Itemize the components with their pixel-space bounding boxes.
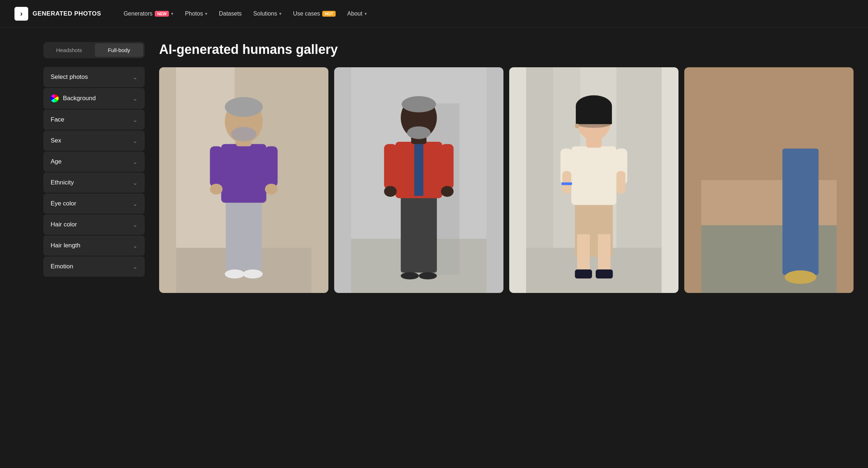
filter-age-label: Age: [51, 158, 61, 165]
svg-point-31: [407, 126, 431, 139]
filter-hair-length[interactable]: Hair length ⌄: [43, 235, 145, 256]
filter-age[interactable]: Age ⌄: [43, 152, 145, 172]
logo-text: GENERATED PHOTOS: [33, 10, 101, 17]
nav-generators-badge: New: [155, 11, 169, 17]
svg-rect-7: [210, 146, 222, 187]
tab-full-body[interactable]: Full-body: [95, 43, 143, 57]
gallery-area: AI-generated humans gallery: [159, 42, 854, 293]
photo-card-1[interactable]: [159, 67, 328, 293]
svg-point-53: [575, 124, 579, 128]
filter-background-chevron: ⌄: [133, 95, 137, 102]
svg-point-58: [785, 271, 816, 284]
svg-point-27: [441, 186, 454, 197]
filter-face-chevron: ⌄: [133, 116, 137, 123]
svg-point-30: [402, 96, 436, 112]
svg-rect-8: [265, 146, 278, 187]
nav-solutions-label: Solutions: [253, 10, 277, 17]
svg-point-14: [231, 127, 256, 141]
nav-about-label: About: [347, 10, 362, 17]
tab-headshots[interactable]: Headshots: [45, 43, 93, 57]
svg-rect-38: [577, 234, 590, 275]
svg-point-26: [384, 186, 397, 197]
svg-point-9: [210, 184, 222, 195]
logo[interactable]: › GENERATED PHOTOS: [14, 7, 101, 21]
svg-rect-39: [598, 234, 610, 271]
svg-rect-18: [401, 196, 437, 273]
photo-grid: [159, 67, 854, 293]
nav-item-generators[interactable]: Generators New ▾: [119, 8, 179, 20]
filter-select-photos[interactable]: Select photos ⌄: [43, 67, 145, 87]
gallery-title: AI-generated humans gallery: [159, 42, 854, 57]
svg-rect-47: [561, 182, 572, 185]
filter-hair-length-label: Hair length: [51, 242, 80, 249]
filter-select-photos-label: Select photos: [51, 73, 88, 81]
svg-point-19: [401, 272, 419, 280]
filter-select-photos-chevron: ⌄: [133, 74, 137, 81]
svg-rect-46: [616, 171, 625, 193]
svg-point-13: [225, 97, 263, 117]
filter-face-label: Face: [51, 116, 64, 123]
svg-rect-25: [441, 144, 454, 189]
nav-items: Generators New ▾ Photos ▾ Datasets Solut…: [119, 8, 854, 20]
svg-point-20: [419, 272, 437, 280]
photo-figure-1: [159, 67, 328, 293]
nav-about-chevron: ▾: [365, 11, 367, 16]
nav-item-photos[interactable]: Photos ▾: [180, 8, 212, 20]
nav-item-about[interactable]: About ▾: [342, 8, 372, 20]
sidebar: Headshots Full-body Select photos ⌄ Back…: [43, 42, 145, 293]
filter-sex-label: Sex: [51, 137, 61, 144]
navbar: › GENERATED PHOTOS Generators New ▾ Phot…: [0, 0, 868, 27]
svg-rect-57: [782, 149, 818, 275]
nav-solutions-chevron: ▾: [279, 11, 281, 16]
filter-hair-color-chevron: ⌄: [133, 221, 137, 228]
photo-figure-4: [684, 67, 854, 293]
filter-ethnicity-label: Ethnicity: [51, 179, 74, 186]
filter-ethnicity[interactable]: Ethnicity ⌄: [43, 173, 145, 193]
filter-background[interactable]: Background ⌄: [43, 88, 145, 109]
nav-item-datasets[interactable]: Datasets: [214, 8, 247, 20]
filter-section: Select photos ⌄ Background ⌄ Face ⌄: [43, 67, 145, 277]
photo-card-4[interactable]: [684, 67, 854, 293]
nav-generators-label: Generators: [124, 10, 153, 17]
nav-item-use-cases[interactable]: Use cases Hot: [288, 8, 341, 20]
filter-emotion-label: Emotion: [51, 263, 73, 270]
filter-hair-color[interactable]: Hair color ⌄: [43, 214, 145, 235]
filter-hair-length-chevron: ⌄: [133, 242, 137, 249]
filter-emotion[interactable]: Emotion ⌄: [43, 256, 145, 277]
main-content: Headshots Full-body Select photos ⌄ Back…: [0, 27, 868, 307]
svg-point-4: [225, 269, 245, 278]
filter-hair-color-label: Hair color: [51, 221, 77, 228]
filter-emotion-chevron: ⌄: [133, 263, 137, 270]
nav-photos-label: Photos: [185, 10, 203, 17]
nav-use-cases-label: Use cases: [293, 10, 320, 17]
svg-rect-6: [221, 144, 267, 203]
svg-rect-42: [571, 146, 617, 205]
nav-datasets-label: Datasets: [219, 10, 242, 17]
logo-icon: ›: [14, 7, 28, 21]
svg-point-52: [577, 120, 611, 128]
filter-face[interactable]: Face ⌄: [43, 110, 145, 130]
filter-eye-color-chevron: ⌄: [133, 200, 137, 207]
svg-rect-41: [596, 269, 613, 278]
svg-rect-24: [384, 144, 397, 189]
nav-generators-chevron: ▾: [171, 11, 173, 16]
filter-background-label: Background: [63, 95, 96, 102]
svg-rect-45: [562, 171, 571, 193]
nav-item-solutions[interactable]: Solutions ▾: [248, 8, 286, 20]
filter-sex[interactable]: Sex ⌄: [43, 131, 145, 151]
photo-figure-2: [334, 67, 503, 293]
nav-use-cases-badge: Hot: [322, 11, 336, 17]
filter-sex-chevron: ⌄: [133, 137, 137, 144]
filter-age-chevron: ⌄: [133, 158, 137, 165]
photo-card-3[interactable]: [509, 67, 678, 293]
svg-point-5: [243, 269, 263, 278]
nav-photos-chevron: ▾: [205, 11, 207, 16]
svg-rect-3: [226, 198, 262, 271]
filter-eye-color-label: Eye color: [51, 200, 76, 207]
tab-switcher: Headshots Full-body: [43, 42, 145, 58]
svg-point-10: [265, 184, 278, 195]
photo-card-2[interactable]: [334, 67, 503, 293]
svg-rect-40: [575, 269, 592, 278]
svg-rect-23: [414, 144, 424, 196]
filter-eye-color[interactable]: Eye color ⌄: [43, 193, 145, 214]
